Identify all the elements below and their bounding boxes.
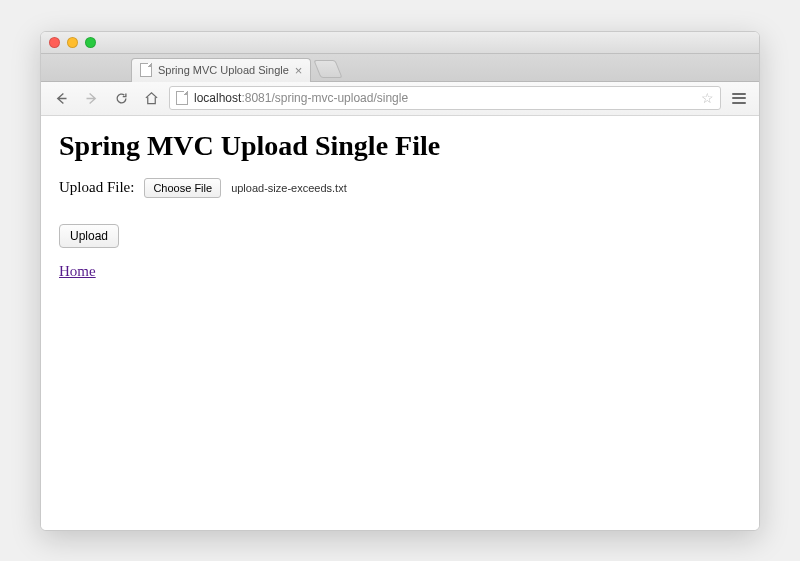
page-content: Spring MVC Upload Single File Upload Fil… [41, 116, 759, 530]
reload-icon [114, 91, 129, 106]
browser-tab[interactable]: Spring MVC Upload Single × [131, 58, 311, 82]
forward-button[interactable] [79, 87, 103, 109]
menu-button[interactable] [727, 87, 751, 109]
home-icon [144, 91, 159, 106]
page-title: Spring MVC Upload Single File [59, 130, 741, 162]
tab-title: Spring MVC Upload Single [158, 64, 289, 76]
close-window-button[interactable] [49, 37, 60, 48]
choose-file-button[interactable]: Choose File [144, 178, 221, 198]
back-button[interactable] [49, 87, 73, 109]
tab-strip: Spring MVC Upload Single × [41, 54, 759, 82]
url-text: localhost:8081/spring-mvc-upload/single [194, 91, 695, 105]
url-path: :8081/spring-mvc-upload/single [241, 91, 408, 105]
document-icon [140, 63, 152, 77]
traffic-lights [49, 37, 96, 48]
close-tab-icon[interactable]: × [295, 64, 303, 77]
selected-filename: upload-size-exceeds.txt [231, 182, 347, 194]
home-button[interactable] [139, 87, 163, 109]
upload-row: Upload File: Choose File upload-size-exc… [59, 178, 741, 198]
new-tab-button[interactable] [314, 60, 343, 78]
browser-window: Spring MVC Upload Single × localhost:808… [40, 31, 760, 531]
minimize-window-button[interactable] [67, 37, 78, 48]
arrow-left-icon [54, 91, 69, 106]
reload-button[interactable] [109, 87, 133, 109]
arrow-right-icon [84, 91, 99, 106]
bookmark-star-icon[interactable]: ☆ [701, 90, 714, 106]
upload-button[interactable]: Upload [59, 224, 119, 248]
toolbar: localhost:8081/spring-mvc-upload/single … [41, 82, 759, 116]
maximize-window-button[interactable] [85, 37, 96, 48]
url-host: localhost [194, 91, 241, 105]
hamburger-icon [732, 93, 746, 104]
document-icon [176, 91, 188, 105]
upload-label: Upload File: [59, 179, 134, 196]
address-bar[interactable]: localhost:8081/spring-mvc-upload/single … [169, 86, 721, 110]
home-link[interactable]: Home [59, 263, 96, 279]
window-titlebar [41, 32, 759, 54]
